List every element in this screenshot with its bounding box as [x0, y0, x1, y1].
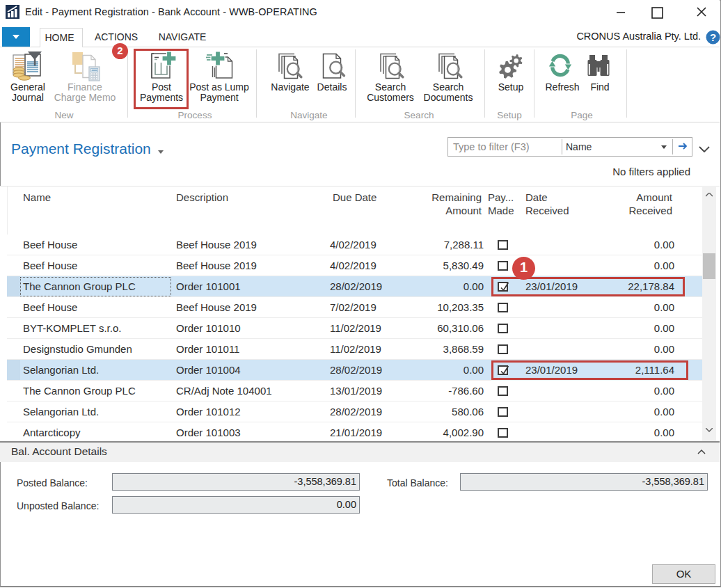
svg-text:?: ? [710, 31, 716, 43]
